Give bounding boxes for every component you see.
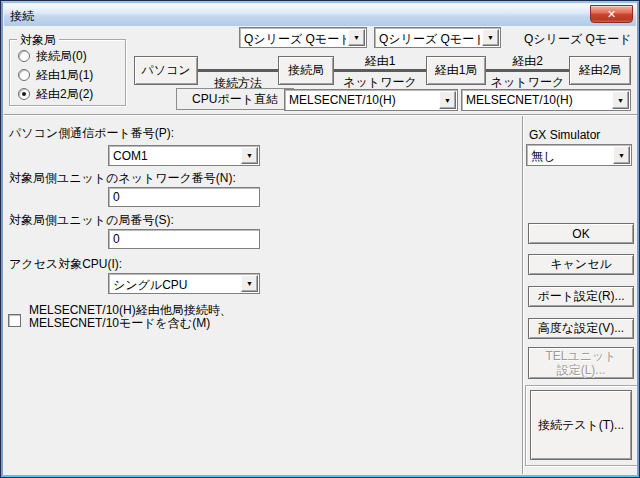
melsecnet-checkbox-label-line2: MELSECNET/10モードを含む(M): [29, 317, 210, 330]
chevron-down-icon[interactable]: ▼: [482, 29, 499, 46]
connector-line: [198, 69, 278, 72]
gx-simulator-combo[interactable]: 無し ▼: [526, 144, 632, 166]
radio-via1-station[interactable]: 経由1局(1): [18, 68, 93, 82]
via2-label: 経由2: [486, 53, 569, 70]
via2-station-button[interactable]: 経由2局: [569, 56, 631, 85]
connection-test-button[interactable]: 接続テスト(T)...: [530, 390, 632, 460]
window-title: 接続: [10, 8, 34, 25]
chevron-down-icon[interactable]: ▼: [348, 29, 365, 46]
tel-unit-settings-button-label: TELユニット 設定(L)...: [545, 349, 616, 377]
radio-icon: [18, 88, 30, 100]
pc-port-label: パソコン側通信ポート番号(P):: [9, 125, 174, 142]
radio-via2-station[interactable]: 経由2局(2): [18, 87, 93, 101]
gx-simulator-label: GX Simulator: [529, 128, 600, 142]
close-button[interactable]: ✕: [590, 5, 633, 23]
network1-combo-value: MELSECNET/10(H): [289, 93, 437, 107]
cpu-port-direct-box: CPUポート直結: [176, 88, 294, 110]
pc-button[interactable]: パソコン: [134, 56, 198, 85]
series-combo-1[interactable]: Qシリーズ Qモード ▼: [239, 27, 367, 48]
dropdown-arrow-glyph: ▼: [617, 97, 624, 104]
network-no-label: 対象局側ユニットのネットワーク番号(N):: [9, 170, 236, 187]
dropdown-arrow-glyph: ▼: [246, 280, 253, 287]
radio-label: 経由2局(2): [36, 86, 93, 103]
dropdown-arrow-glyph: ▼: [618, 152, 625, 159]
station-no-label: 対象局側ユニットの局番号(S):: [9, 212, 174, 229]
via1-label: 経由1: [334, 53, 426, 70]
access-cpu-label: アクセス対象CPU(I):: [9, 256, 122, 273]
chevron-down-icon[interactable]: ▼: [241, 147, 258, 164]
advanced-settings-button[interactable]: 高度な設定(V)...: [528, 318, 634, 339]
network2-combo[interactable]: MELSECNET/10(H) ▼: [461, 89, 631, 111]
port-settings-button[interactable]: ポート設定(R)...: [528, 286, 634, 307]
tel-unit-line2: 設定(L)...: [557, 363, 606, 377]
connection-station-button-label: 接続局: [288, 62, 324, 79]
target-station-group-title: 対象局: [17, 32, 59, 49]
network-no-value: 0: [113, 190, 120, 204]
dialog-body: 対象局 接続局(0) 経由1局(1) 経由2局(2) Qシリーズ Qモード ▼ …: [4, 26, 638, 476]
horizontal-divider: [4, 114, 638, 116]
cancel-button[interactable]: キャンセル: [528, 254, 634, 275]
cpu-port-direct-label: CPUポート直結: [192, 91, 278, 108]
cancel-button-label: キャンセル: [550, 256, 611, 273]
radio-icon: [18, 69, 30, 81]
dropdown-arrow-glyph: ▼: [444, 97, 451, 104]
pc-port-combo-value: COM1: [113, 149, 239, 163]
vertical-divider: [522, 116, 524, 474]
connection-dialog: 接続 ✕ 対象局 接続局(0) 経由1局(1) 経由2局(2) Qシリーズ Qモ…: [0, 0, 640, 478]
chevron-down-icon[interactable]: ▼: [613, 146, 630, 164]
series-combo-2-value: Qシリーズ Qモード: [379, 31, 480, 48]
network2-combo-value: MELSECNET/10(H): [466, 93, 610, 107]
melsecnet-mode-checkbox[interactable]: [8, 314, 21, 327]
pc-button-label: パソコン: [141, 62, 190, 79]
dropdown-arrow-glyph: ▼: [246, 152, 253, 159]
radio-label: 経由1局(1): [36, 67, 93, 84]
via2-station-button-label: 経由2局: [579, 62, 622, 79]
station-no-value: 0: [113, 232, 120, 246]
ok-button-label: OK: [572, 227, 589, 241]
connection-test-button-label: 接続テスト(T)...: [538, 417, 624, 434]
ok-button[interactable]: OK: [528, 223, 634, 244]
radio-connection-station[interactable]: 接続局(0): [18, 49, 87, 63]
radio-icon: [18, 50, 30, 62]
tel-unit-line1: TELユニット: [545, 349, 616, 363]
pc-port-combo[interactable]: COM1 ▼: [108, 145, 260, 166]
chevron-down-icon[interactable]: ▼: [241, 275, 258, 292]
dropdown-arrow-glyph: ▼: [353, 34, 360, 41]
network-no-input[interactable]: 0: [108, 187, 260, 207]
title-bar[interactable]: 接続 ✕: [4, 4, 636, 26]
chevron-down-icon[interactable]: ▼: [439, 91, 456, 109]
connection-station-button[interactable]: 接続局: [278, 56, 334, 85]
station-no-input[interactable]: 0: [108, 229, 260, 249]
series-combo-2[interactable]: Qシリーズ Qモード ▼: [374, 27, 501, 48]
series-label: Qシリーズ Qモード: [524, 31, 631, 48]
port-settings-button-label: ポート設定(R)...: [537, 288, 624, 305]
close-icon: ✕: [607, 8, 616, 20]
network1-combo[interactable]: MELSECNET/10(H) ▼: [284, 89, 458, 111]
advanced-settings-button-label: 高度な設定(V)...: [538, 320, 624, 337]
chevron-down-icon[interactable]: ▼: [612, 91, 629, 109]
target-station-group: 対象局 接続局(0) 経由1局(1) 経由2局(2): [9, 39, 126, 106]
access-cpu-combo[interactable]: シングルCPU ▼: [108, 273, 260, 294]
via1-station-button[interactable]: 経由1局: [426, 56, 486, 85]
dropdown-arrow-glyph: ▼: [487, 34, 494, 41]
via1-station-button-label: 経由1局: [435, 62, 478, 79]
access-cpu-combo-value: シングルCPU: [113, 277, 239, 294]
gx-simulator-combo-value: 無し: [531, 148, 611, 165]
radio-label: 接続局(0): [36, 48, 87, 65]
series-combo-1-value: Qシリーズ Qモード: [244, 31, 346, 48]
tel-unit-settings-button: TELユニット 設定(L)...: [528, 347, 634, 379]
